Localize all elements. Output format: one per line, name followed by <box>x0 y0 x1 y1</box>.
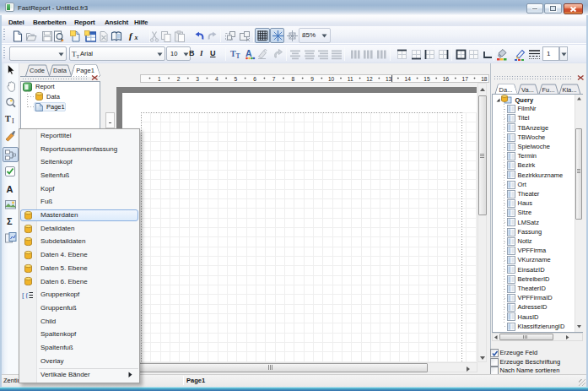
svg-text:2: 2 <box>177 76 181 82</box>
svg-text:11: 11 <box>348 76 353 82</box>
svg-text:16: 16 <box>443 76 450 82</box>
svg-text:Σ: Σ <box>7 216 13 226</box>
svg-text:A: A <box>7 184 13 194</box>
svg-text:14: 14 <box>405 76 412 82</box>
svg-text:5: 5 <box>235 76 238 82</box>
svg-text:3: 3 <box>196 76 199 82</box>
svg-text:8: 8 <box>292 76 295 82</box>
svg-text:A: A <box>245 48 252 58</box>
svg-text:x: x <box>134 34 138 41</box>
svg-text:10: 10 <box>328 76 335 82</box>
svg-text:T: T <box>77 54 80 59</box>
svg-text:6: 6 <box>253 76 256 82</box>
svg-text:I: I <box>12 117 14 125</box>
svg-text:12: 12 <box>366 76 373 82</box>
svg-text:T: T <box>236 52 240 60</box>
svg-text:{: { <box>25 291 29 300</box>
svg-text:1: 1 <box>158 76 161 82</box>
svg-text:18: 18 <box>481 76 488 82</box>
svg-text:9: 9 <box>310 76 314 82</box>
svg-text:T: T <box>5 114 11 123</box>
svg-text:17: 17 <box>462 76 469 82</box>
svg-text:4: 4 <box>215 76 218 82</box>
svg-text:7: 7 <box>272 76 276 82</box>
svg-text:13: 13 <box>386 76 392 82</box>
svg-text:f: f <box>129 30 133 41</box>
svg-text:15: 15 <box>423 76 430 82</box>
